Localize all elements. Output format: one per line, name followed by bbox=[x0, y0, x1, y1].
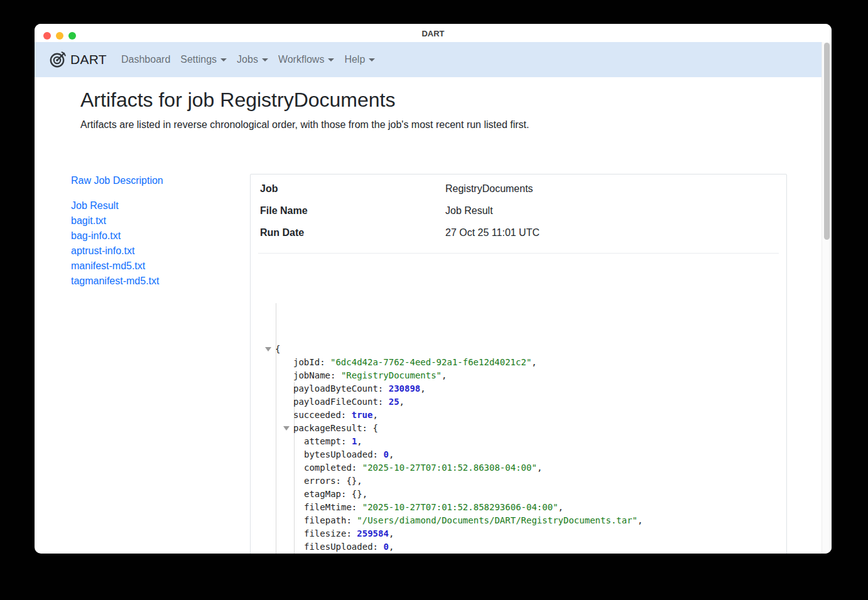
json-punctuation: : bbox=[330, 370, 341, 380]
json-string-value: "RegistryDocuments" bbox=[341, 370, 442, 380]
nav-item-label: Settings bbox=[180, 54, 217, 65]
scrollbar-thumb[interactable] bbox=[824, 43, 830, 240]
nav-item-label: Help bbox=[344, 54, 365, 65]
brand-label: DART bbox=[70, 52, 107, 67]
chevron-down-icon bbox=[262, 58, 268, 62]
scrollbar-track[interactable] bbox=[822, 42, 832, 554]
json-line: bytesUploaded: 0, bbox=[251, 448, 786, 461]
nav-item[interactable]: Workflows bbox=[273, 49, 340, 70]
json-key: payloadByteCount bbox=[293, 383, 378, 394]
nav-item[interactable]: Jobs bbox=[232, 49, 273, 70]
json-punctuation: , bbox=[442, 370, 447, 380]
json-line: packageResult: { bbox=[251, 422, 786, 435]
detail-value: RegistryDocuments bbox=[445, 183, 777, 194]
artifact-link[interactable]: Job Result bbox=[71, 198, 244, 213]
json-key: etagMap bbox=[304, 489, 341, 499]
detail-label: Job bbox=[260, 183, 445, 194]
details-divider bbox=[258, 253, 779, 254]
json-line: payloadByteCount: 230898, bbox=[251, 382, 786, 395]
json-line: fileMtime: "2025-10-27T07:01:52.85829360… bbox=[251, 501, 786, 514]
json-punctuation: , bbox=[637, 515, 643, 525]
json-key: errors bbox=[304, 476, 336, 486]
json-punctuation: , bbox=[420, 383, 425, 394]
json-key: payloadFileCount bbox=[293, 397, 378, 407]
json-punctuation: : bbox=[352, 502, 362, 512]
json-string-value: "2025-10-27T07:01:52.858293606-04:00" bbox=[362, 502, 558, 512]
json-line: { bbox=[251, 343, 786, 356]
json-punctuation: : bbox=[352, 463, 362, 473]
json-punctuation: : bbox=[346, 515, 357, 525]
detail-label: Run Date bbox=[260, 227, 445, 238]
dart-target-icon bbox=[49, 51, 66, 68]
json-punctuation: : bbox=[320, 357, 330, 367]
json-number-value: 259584 bbox=[357, 528, 389, 538]
artifact-link-group: Job Resultbagit.txtbag-info.txtaptrust-i… bbox=[71, 198, 244, 289]
detail-row: Run Date 27 Oct 25 11:01 UTC bbox=[251, 222, 786, 244]
json-punctuation: : bbox=[341, 436, 352, 446]
nav-item-label: Jobs bbox=[237, 54, 258, 65]
json-punctuation: , bbox=[389, 542, 394, 552]
brand[interactable]: DART bbox=[49, 51, 107, 68]
json-string-value: "2025-10-27T07:01:52.86308-04:00" bbox=[362, 463, 537, 473]
page-subtitle: Artifacts are listed in reverse chronolo… bbox=[80, 117, 529, 132]
json-number-value: 0 bbox=[383, 449, 388, 459]
json-line: errors: {}, bbox=[251, 474, 786, 488]
artifact-link-group: Raw Job Description bbox=[71, 173, 244, 188]
json-punctuation: , bbox=[389, 528, 394, 538]
json-punctuation: : { bbox=[362, 423, 378, 433]
artifact-link-list: Raw Job DescriptionJob Resultbagit.txtba… bbox=[71, 173, 244, 299]
artifact-link[interactable]: manifest-md5.txt bbox=[71, 259, 244, 274]
json-number-value: true bbox=[352, 410, 373, 420]
page-title: Artifacts for job RegistryDocuments bbox=[80, 87, 396, 112]
json-key: attempt bbox=[304, 436, 341, 446]
json-punctuation: { bbox=[275, 344, 280, 354]
json-line: completed: "2025-10-27T07:01:52.86308-04… bbox=[251, 461, 786, 474]
json-key: completed bbox=[304, 463, 352, 473]
json-key: filesize bbox=[304, 528, 346, 538]
json-key: packageResult bbox=[293, 423, 362, 433]
collapse-toggle-icon[interactable] bbox=[283, 426, 290, 431]
json-punctuation: : bbox=[341, 410, 352, 420]
json-punctuation: , bbox=[357, 436, 362, 446]
nav-item[interactable]: Help bbox=[339, 49, 380, 70]
artifact-link[interactable]: tagmanifest-md5.txt bbox=[71, 274, 244, 289]
chevron-down-icon bbox=[220, 58, 227, 62]
job-details-table: Job RegistryDocuments File Name Job Resu… bbox=[251, 174, 786, 244]
json-key: filepath bbox=[304, 515, 346, 525]
detail-value: Job Result bbox=[445, 205, 777, 216]
app-window: DART DART DashboardSettingsJobsWorkflows… bbox=[35, 24, 832, 554]
collapse-toggle-icon[interactable] bbox=[265, 347, 271, 351]
artifact-link[interactable]: bag-info.txt bbox=[71, 228, 244, 244]
titlebar: DART bbox=[35, 24, 832, 42]
window-title: DART bbox=[35, 24, 832, 42]
detail-label: File Name bbox=[260, 205, 445, 216]
json-line: jobId: "6dc4d42a-7762-4eed-92a1-f6e12d40… bbox=[251, 356, 786, 369]
artifact-link[interactable]: Raw Job Description bbox=[71, 173, 244, 188]
json-line: filesize: 259584, bbox=[251, 527, 786, 540]
artifact-link[interactable]: bagit.txt bbox=[71, 213, 244, 228]
json-line: attempt: 1, bbox=[251, 435, 786, 448]
json-line: filepath: "/Users/diamond/Documents/DART… bbox=[251, 514, 786, 527]
artifact-detail-panel: Job RegistryDocuments File Name Job Resu… bbox=[250, 174, 787, 554]
nav-menu: DashboardSettingsJobsWorkflowsHelp bbox=[116, 49, 380, 70]
artifact-link[interactable]: aptrust-info.txt bbox=[71, 244, 244, 259]
json-punctuation: : bbox=[378, 397, 389, 407]
json-number-value: 230898 bbox=[389, 383, 421, 394]
detail-value: 27 Oct 25 11:01 UTC bbox=[445, 227, 777, 238]
nav-item[interactable]: Settings bbox=[175, 49, 232, 70]
json-punctuation: , bbox=[531, 357, 536, 367]
json-punctuation: : bbox=[373, 449, 384, 459]
json-key: filesUploaded bbox=[304, 542, 373, 552]
nav-item-label: Workflows bbox=[278, 54, 325, 65]
json-punctuation: , bbox=[389, 449, 394, 459]
detail-row: Job RegistryDocuments bbox=[251, 178, 786, 200]
json-string-value: "6dc4d42a-7762-4eed-92a1-f6e12d4021c2" bbox=[330, 357, 531, 367]
json-key: jobId bbox=[293, 357, 320, 367]
json-key: succeeded bbox=[293, 410, 341, 420]
json-punctuation: : {}, bbox=[336, 476, 362, 486]
detail-row: File Name Job Result bbox=[251, 200, 786, 222]
nav-item[interactable]: Dashboard bbox=[116, 49, 175, 70]
json-line: filesUploaded: 0, bbox=[251, 540, 786, 554]
json-tree-viewer: {jobId: "6dc4d42a-7762-4eed-92a1-f6e12d4… bbox=[251, 290, 786, 554]
chevron-down-icon bbox=[369, 58, 375, 62]
